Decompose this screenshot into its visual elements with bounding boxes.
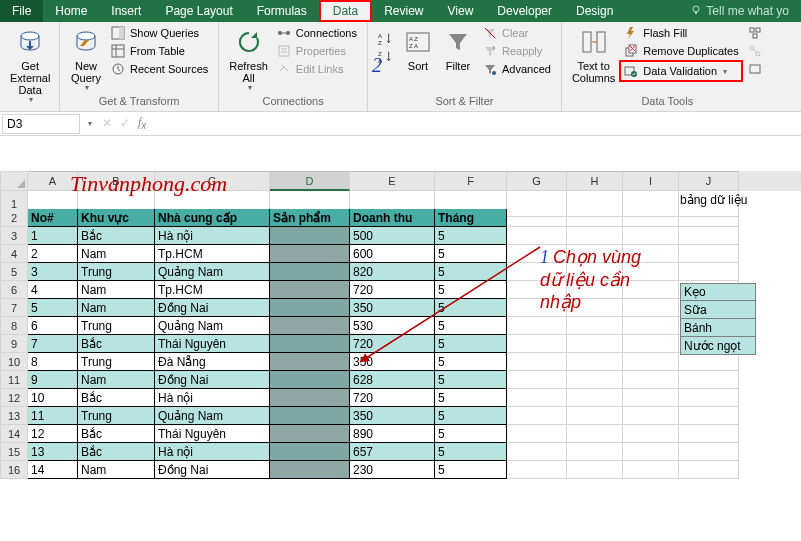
col-head-h[interactable]: H: [567, 171, 623, 191]
cell[interactable]: Trung: [78, 263, 155, 281]
cell[interactable]: [270, 335, 350, 353]
cell[interactable]: [679, 443, 739, 461]
cell[interactable]: 1: [28, 227, 78, 245]
fx-icon[interactable]: fx: [138, 115, 146, 131]
cell[interactable]: Bắc: [78, 389, 155, 407]
cell[interactable]: [507, 353, 567, 371]
cell[interactable]: 500: [350, 227, 435, 245]
col-head-e[interactable]: E: [350, 171, 435, 191]
cell[interactable]: [679, 209, 739, 227]
row-head[interactable]: 16: [0, 461, 28, 479]
cell[interactable]: [270, 407, 350, 425]
col-head-d[interactable]: D: [270, 171, 350, 191]
cell[interactable]: 5: [435, 389, 507, 407]
cell[interactable]: [623, 461, 679, 479]
cell[interactable]: 720: [350, 389, 435, 407]
cell[interactable]: Nam: [78, 461, 155, 479]
cell[interactable]: [507, 461, 567, 479]
cell[interactable]: [623, 317, 679, 335]
cell[interactable]: [567, 425, 623, 443]
table-header[interactable]: Khu vực: [78, 209, 155, 227]
tab-insert[interactable]: Insert: [99, 0, 153, 22]
row-head[interactable]: 7: [0, 299, 28, 317]
cell[interactable]: 4: [28, 281, 78, 299]
cell[interactable]: 230: [350, 461, 435, 479]
select-all-cell[interactable]: [0, 171, 28, 191]
col-head-j[interactable]: J: [679, 171, 739, 191]
cell[interactable]: 820: [350, 263, 435, 281]
cell[interactable]: [679, 389, 739, 407]
cell[interactable]: Bắc: [78, 443, 155, 461]
cell[interactable]: [507, 335, 567, 353]
cell[interactable]: [567, 227, 623, 245]
edit-links-button[interactable]: Edit Links: [272, 60, 361, 78]
sort-az-button[interactable]: AZ: [374, 30, 398, 48]
cell[interactable]: [270, 299, 350, 317]
row-head[interactable]: 10: [0, 353, 28, 371]
cell[interactable]: [679, 245, 739, 263]
cell[interactable]: [623, 425, 679, 443]
cell[interactable]: [507, 227, 567, 245]
row-head[interactable]: 4: [0, 245, 28, 263]
cell[interactable]: 5: [435, 245, 507, 263]
cell[interactable]: 5: [435, 335, 507, 353]
cell[interactable]: Nam: [78, 371, 155, 389]
show-queries-button[interactable]: Show Queries: [106, 24, 212, 42]
cell[interactable]: [623, 227, 679, 245]
row-head[interactable]: 6: [0, 281, 28, 299]
table-header[interactable]: Doanh thu: [350, 209, 435, 227]
cell[interactable]: 8: [28, 353, 78, 371]
cell[interactable]: Tp.HCM: [155, 281, 270, 299]
cell[interactable]: [623, 371, 679, 389]
cell[interactable]: [679, 461, 739, 479]
fx-accept-icon[interactable]: ✓: [120, 116, 130, 130]
tell-me-search[interactable]: Tell me what yo: [678, 0, 801, 22]
cell[interactable]: 657: [350, 443, 435, 461]
cell[interactable]: 2: [28, 245, 78, 263]
cell[interactable]: 350: [350, 299, 435, 317]
cell[interactable]: [623, 353, 679, 371]
get-external-data-button[interactable]: Get External Data▾: [6, 24, 54, 107]
cell[interactable]: [270, 281, 350, 299]
cell[interactable]: [270, 443, 350, 461]
cell[interactable]: [567, 461, 623, 479]
row-head[interactable]: 14: [0, 425, 28, 443]
cell[interactable]: 5: [435, 299, 507, 317]
tab-file[interactable]: File: [0, 0, 43, 22]
cell[interactable]: 5: [435, 407, 507, 425]
row-head[interactable]: 9: [0, 335, 28, 353]
tab-data[interactable]: Data: [319, 0, 372, 22]
cell[interactable]: [567, 353, 623, 371]
cell[interactable]: [507, 209, 567, 227]
tab-design[interactable]: Design: [564, 0, 625, 22]
cell[interactable]: 530: [350, 317, 435, 335]
table-header[interactable]: Nhà cung cấp: [155, 209, 270, 227]
connections-button[interactable]: Connections: [272, 24, 361, 42]
cell[interactable]: [679, 263, 739, 281]
cell[interactable]: 11: [28, 407, 78, 425]
name-box[interactable]: D3: [2, 114, 80, 134]
cell[interactable]: 5: [28, 299, 78, 317]
row-head[interactable]: 11: [0, 371, 28, 389]
cell[interactable]: 5: [435, 263, 507, 281]
cell[interactable]: [507, 371, 567, 389]
cell[interactable]: 720: [350, 335, 435, 353]
cell[interactable]: Nam: [78, 245, 155, 263]
flash-fill-button[interactable]: Flash Fill: [619, 24, 742, 42]
cell[interactable]: Hà nội: [155, 443, 270, 461]
cell[interactable]: Nam: [78, 299, 155, 317]
tab-developer[interactable]: Developer: [485, 0, 564, 22]
cell[interactable]: 5: [435, 317, 507, 335]
tab-view[interactable]: View: [436, 0, 486, 22]
cell[interactable]: Trung: [78, 407, 155, 425]
relationships-button[interactable]: [743, 42, 767, 60]
cell[interactable]: 5: [435, 353, 507, 371]
cell[interactable]: 890: [350, 425, 435, 443]
cell[interactable]: [567, 335, 623, 353]
cell[interactable]: [623, 389, 679, 407]
data-validation-button[interactable]: Data Validation▾: [619, 60, 742, 82]
remove-duplicates-button[interactable]: Remove Duplicates: [619, 42, 742, 60]
cell[interactable]: 5: [435, 443, 507, 461]
cell[interactable]: [623, 335, 679, 353]
cell[interactable]: Quảng Nam: [155, 263, 270, 281]
